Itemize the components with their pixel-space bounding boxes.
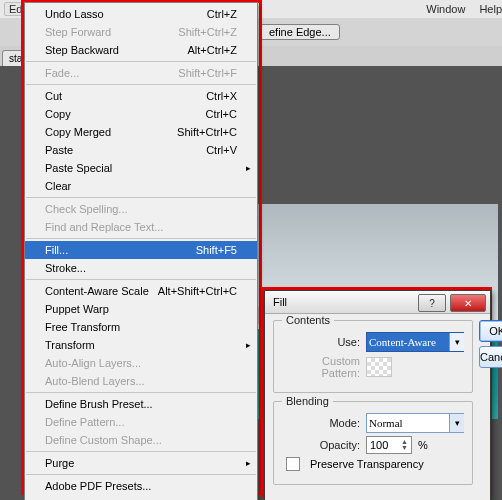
- chevron-down-icon: ▾: [449, 414, 464, 432]
- mi-puppet-warp[interactable]: Puppet Warp: [25, 300, 257, 318]
- mi-clear[interactable]: Clear: [25, 177, 257, 195]
- mi-content-aware-scale[interactable]: Content-Aware ScaleAlt+Shift+Ctrl+C: [25, 282, 257, 300]
- mi-purge[interactable]: Purge: [25, 454, 257, 472]
- mi-paste[interactable]: PasteCtrl+V: [25, 141, 257, 159]
- contents-group: Contents Use: Content-Aware▾ Custom Patt…: [273, 320, 473, 393]
- mi-copy[interactable]: CopyCtrl+C: [25, 105, 257, 123]
- use-label: Use:: [282, 336, 360, 348]
- dialog-title: Fill: [273, 296, 287, 308]
- mi-step-backward[interactable]: Step BackwardAlt+Ctrl+Z: [25, 41, 257, 59]
- chevron-down-icon: ▾: [449, 333, 464, 351]
- close-icon[interactable]: ✕: [450, 294, 486, 312]
- mi-fade: Fade...Shift+Ctrl+F: [25, 64, 257, 82]
- mi-fill[interactable]: Fill...Shift+F5: [25, 241, 257, 259]
- mi-step-forward: Step ForwardShift+Ctrl+Z: [25, 23, 257, 41]
- mi-undo[interactable]: Undo LassoCtrl+Z: [25, 5, 257, 23]
- mi-define-brush[interactable]: Define Brush Preset...: [25, 395, 257, 413]
- blending-group: Blending Mode: Normal▾ Opacity: 100▲▼ % …: [273, 401, 473, 485]
- mode-label: Mode:: [282, 417, 360, 429]
- preserve-transparency-checkbox[interactable]: [286, 457, 300, 471]
- mi-define-pattern: Define Pattern...: [25, 413, 257, 431]
- cancel-button[interactable]: Cancel: [479, 346, 502, 368]
- edit-menu-dropdown: Undo LassoCtrl+Z Step ForwardShift+Ctrl+…: [24, 2, 258, 500]
- menu-help[interactable]: Help: [479, 3, 502, 15]
- mi-find-replace: Find and Replace Text...: [25, 218, 257, 236]
- mi-define-shape: Define Custom Shape...: [25, 431, 257, 449]
- custom-pattern-label: Custom Pattern:: [282, 355, 360, 379]
- mi-transform[interactable]: Transform: [25, 336, 257, 354]
- opacity-input[interactable]: 100▲▼: [366, 436, 412, 454]
- mi-cut[interactable]: CutCtrl+X: [25, 87, 257, 105]
- mode-dropdown[interactable]: Normal▾: [366, 413, 464, 433]
- menu-window[interactable]: Window: [426, 3, 465, 15]
- mi-free-transform[interactable]: Free Transform: [25, 318, 257, 336]
- mi-auto-align: Auto-Align Layers...: [25, 354, 257, 372]
- mi-paste-special[interactable]: Paste Special: [25, 159, 257, 177]
- mi-pdf-presets[interactable]: Adobe PDF Presets...: [25, 477, 257, 495]
- ok-button[interactable]: OK: [479, 320, 502, 342]
- mi-stroke[interactable]: Stroke...: [25, 259, 257, 277]
- help-icon[interactable]: ?: [418, 294, 446, 312]
- contents-legend: Contents: [282, 314, 334, 326]
- blending-legend: Blending: [282, 395, 333, 407]
- preserve-transparency-label: Preserve Transparency: [310, 458, 424, 470]
- dialog-titlebar[interactable]: Fill ? ✕: [265, 291, 490, 314]
- mi-auto-blend: Auto-Blend Layers...: [25, 372, 257, 390]
- mi-check-spelling: Check Spelling...: [25, 200, 257, 218]
- mi-presets[interactable]: Presets: [25, 495, 257, 500]
- opacity-percent: %: [418, 439, 428, 451]
- opacity-label: Opacity:: [282, 439, 360, 451]
- refine-edge-button[interactable]: efine Edge...: [260, 24, 340, 40]
- use-dropdown[interactable]: Content-Aware▾: [366, 332, 464, 352]
- fill-dialog: Fill ? ✕ Contents Use: Content-Aware▾ Cu…: [264, 290, 491, 500]
- custom-pattern-swatch: [366, 357, 392, 377]
- mi-copy-merged[interactable]: Copy MergedShift+Ctrl+C: [25, 123, 257, 141]
